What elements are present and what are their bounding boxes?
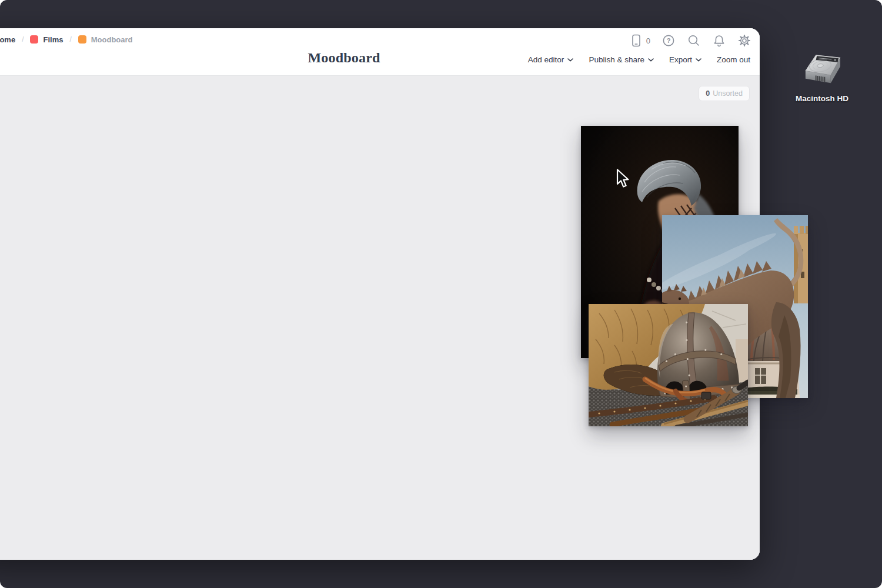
- notifications-button[interactable]: [712, 34, 726, 48]
- add-editor-button[interactable]: Add editor: [528, 55, 574, 64]
- help-icon: ?: [662, 34, 676, 48]
- desktop-screen: Macintosh HD Home / Films / Moodboard: [0, 0, 882, 588]
- export-button[interactable]: Export: [669, 55, 701, 64]
- chevron-down-icon: [696, 58, 701, 62]
- chevron-down-icon: [567, 58, 573, 62]
- bell-icon: [712, 34, 726, 48]
- header-toolbar: 0 ?: [629, 32, 751, 49]
- help-button[interactable]: ?: [662, 34, 676, 48]
- chevron-down-icon: [648, 58, 654, 62]
- disk-label: Macintosh HD: [787, 94, 857, 103]
- breadcrumb-moodboard[interactable]: Moodboard: [78, 35, 133, 44]
- gear-icon: [737, 34, 751, 48]
- help-glyph: ?: [667, 37, 671, 44]
- breadcrumb-separator: /: [22, 35, 24, 44]
- window-header: Home / Films / Moodboard: [0, 28, 760, 76]
- publish-share-button[interactable]: Publish & share: [589, 55, 654, 64]
- header-menu: Add editor Publish & share Export Zoom o…: [528, 55, 750, 64]
- viking-photo: [589, 304, 748, 426]
- unsorted-badge[interactable]: 0 Unsorted: [699, 86, 750, 101]
- image-viking-helmet[interactable]: [589, 304, 748, 426]
- films-board-icon: [30, 35, 38, 44]
- mobile-preview-icon: [629, 33, 643, 48]
- breadcrumb: Home / Films / Moodboard: [0, 33, 133, 46]
- macintosh-hd-desktop-icon[interactable]: Macintosh HD: [787, 48, 857, 103]
- unsorted-count: 0: [706, 89, 710, 98]
- page-title: Moodboard: [308, 50, 380, 66]
- settings-button[interactable]: [737, 34, 751, 48]
- breadcrumb-home[interactable]: Home: [0, 35, 15, 44]
- hard-drive-icon: [800, 48, 844, 92]
- search-icon: [687, 34, 701, 48]
- search-button[interactable]: [687, 34, 701, 48]
- device-preview-count: 0: [646, 36, 650, 45]
- zoom-out-button[interactable]: Zoom out: [717, 55, 750, 64]
- device-preview-button[interactable]: 0: [629, 33, 650, 48]
- unsorted-label: Unsorted: [713, 89, 743, 98]
- breadcrumb-films[interactable]: Films: [30, 35, 63, 44]
- moodboard-board-icon: [78, 35, 86, 44]
- breadcrumb-separator: /: [69, 35, 71, 44]
